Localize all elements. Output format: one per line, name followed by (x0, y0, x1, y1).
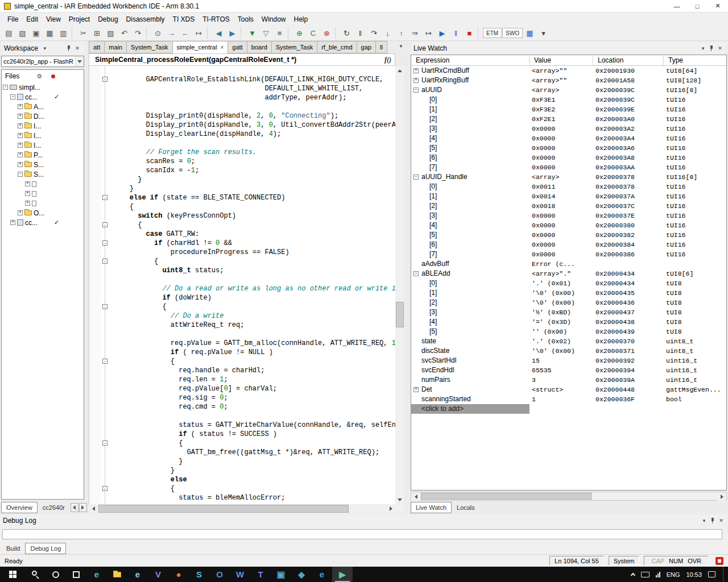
tab-debug-log[interactable]: Debug Log (25, 543, 66, 554)
watch-row[interactable]: [6]0x00000x20000384tUI16 (411, 240, 726, 250)
expand-icon[interactable]: + (10, 220, 15, 225)
code-line[interactable] (111, 139, 395, 148)
code-line[interactable]: { (111, 357, 395, 366)
expand-icon[interactable]: + (18, 210, 23, 215)
watch-row[interactable]: [2]0x00180x2000037CtUI16 (411, 201, 726, 211)
code-line[interactable]: { (111, 221, 395, 230)
watch-row[interactable]: +Det<struct>0x20000448gattMsgEven... (411, 385, 726, 394)
code-line[interactable]: Display_clearLine(dispHandle, 4); (111, 130, 395, 139)
watch-row[interactable]: svcStartHdl150x20000392uint16_t (411, 356, 726, 365)
swo-button[interactable]: SWO (502, 28, 523, 38)
build-configuration-select[interactable]: cc2640r2lp_app - FlashR (1, 56, 84, 67)
close-tab-icon[interactable]: × (220, 44, 224, 51)
code-line[interactable] (111, 275, 395, 284)
code-line[interactable]: addrType, peerAddr); (111, 93, 395, 102)
watch-row[interactable]: [3]0x00000x200003A2tUI16 (411, 124, 726, 134)
menu-project[interactable]: Project (65, 13, 94, 26)
download-and-debug-icon[interactable]: ▼ (246, 27, 259, 40)
watch-row[interactable]: [0]'.' (0x01)0x20000434tUI8 (411, 278, 726, 288)
tree-item[interactable]: +I... (2, 121, 84, 131)
watch-row[interactable]: -aUUID<array>0x2000039CtUI16[8] (411, 85, 726, 95)
workspace-tab-cc2640r[interactable]: cc2640r (38, 502, 70, 513)
tab-scroll-left-icon[interactable] (71, 503, 78, 512)
code-line[interactable] (111, 66, 395, 75)
tree-item[interactable]: -simpl... (2, 82, 84, 92)
menu-file[interactable]: File (3, 13, 22, 26)
tab-gap[interactable]: gap (357, 41, 376, 53)
scroll-right-icon[interactable] (386, 504, 395, 513)
watch-row[interactable]: +UartRxCmdBuff<array>""0x20001930tUI8[64… (411, 66, 726, 76)
code-line[interactable]: scanIdx = -1; (111, 166, 395, 175)
edge-icon[interactable]: e (86, 567, 107, 582)
touch-keyboard-icon[interactable] (641, 572, 650, 577)
editor-vertical-scrollbar[interactable] (395, 66, 404, 504)
tree-item[interactable]: +O... (2, 208, 84, 218)
debug-log-content[interactable] (2, 529, 722, 539)
watch-row[interactable]: [4]0x00000x20000380tUI16 (411, 221, 726, 230)
expand-icon[interactable]: + (18, 143, 23, 148)
tab-list-dropdown-icon[interactable]: ▼ (399, 44, 403, 49)
watch-row[interactable]: svcEndHdl655350x20000394uint16_t (411, 365, 726, 375)
show-desktop-button[interactable] (723, 567, 726, 582)
column-header-value[interactable]: Value (530, 55, 593, 65)
watch-row[interactable]: +UartRxRingBuff<array>""0x20001A58tUI8[1… (411, 76, 726, 85)
tree-item[interactable]: +P... (2, 150, 84, 160)
code-line[interactable]: case GATT_RW: (111, 230, 395, 239)
close-button[interactable]: ✕ (708, 0, 728, 13)
tab-simple-central[interactable]: simple_central× (173, 41, 229, 53)
tab-system-task[interactable]: System_Task (127, 41, 172, 53)
code-line[interactable]: scanRes = 0; (111, 157, 395, 166)
fold-collapse-icon[interactable]: - (102, 77, 107, 82)
code-line[interactable]: else (111, 475, 395, 484)
code-line[interactable]: status = GATT_WriteCharValue(connHandle,… (111, 421, 395, 430)
tab-att[interactable]: att (89, 41, 105, 53)
redo-icon[interactable]: ↷ (131, 27, 144, 40)
panel-menu-icon[interactable]: ▾ (41, 45, 49, 51)
expand-icon[interactable]: + (18, 104, 23, 109)
watch-row[interactable]: scanningStarted10x2000036Fbool (411, 394, 726, 404)
menu-window[interactable]: Window (258, 13, 290, 26)
step-out-icon[interactable]: ↑ (395, 27, 408, 40)
go-icon[interactable]: ⊕ (293, 27, 306, 40)
task-view-button[interactable] (66, 567, 86, 582)
code-line[interactable]: attWriteReq_t req; (111, 321, 395, 330)
collapse-icon[interactable]: - (413, 88, 419, 93)
code-line[interactable] (111, 330, 395, 339)
clock[interactable]: 10:53 (686, 571, 702, 578)
new-document-icon[interactable]: ▤ (2, 27, 15, 40)
code-line[interactable]: req.cmd = 0; (111, 402, 395, 411)
iar-embedded-workbench-icon[interactable]: ▶ (332, 567, 353, 582)
panel-menu-icon[interactable]: ▾ (699, 45, 707, 51)
code-line[interactable]: uint8_t status; (111, 266, 395, 275)
function-list-icon[interactable]: f() (384, 56, 391, 64)
code-line[interactable]: } (111, 184, 395, 193)
close-panel-icon[interactable]: ✕ (73, 45, 81, 51)
menu-edit[interactable]: Edit (22, 13, 42, 26)
run-to-cursor-icon[interactable]: ↦ (422, 27, 435, 40)
fold-collapse-icon[interactable]: - (102, 240, 107, 246)
hidden-icons-chevron-icon[interactable] (630, 573, 635, 577)
navigate-forward-icon[interactable]: ▶ (226, 27, 239, 40)
code-line[interactable]: if (charHdl != 0 && (111, 239, 395, 248)
trace-icon[interactable]: ▦ (523, 27, 536, 40)
tree-item[interactable]: +I... (2, 131, 84, 140)
tree-item[interactable]: +I... (2, 140, 84, 150)
code-line[interactable]: { (111, 257, 395, 266)
settings-gear-icon[interactable]: ⚙ (36, 73, 42, 80)
expand-icon[interactable]: + (413, 78, 419, 83)
tree-item[interactable]: +A... (2, 102, 84, 111)
tab-system-task[interactable]: System_Task (272, 41, 317, 53)
combo-dropdown-icon[interactable] (75, 56, 84, 66)
collapse-icon[interactable]: - (413, 271, 419, 276)
code-line[interactable]: DEFAULT_LINK_WHITE_LIST, (111, 84, 395, 93)
break-icon[interactable]: ‖ (354, 27, 367, 40)
code-line[interactable]: status = bleMemAllocError; (111, 493, 395, 502)
toolbar-dropdown-icon[interactable]: ▾ (537, 27, 550, 40)
collapse-icon[interactable]: - (18, 172, 23, 177)
photos-icon[interactable]: ▣ (271, 567, 291, 582)
menu-ti-xds[interactable]: TI XDS (169, 13, 199, 26)
tab-gatt[interactable]: gatt (228, 41, 247, 53)
fold-collapse-icon[interactable]: - (102, 222, 107, 227)
vertical-scrollbar-thumb[interactable] (396, 302, 404, 327)
expand-icon[interactable]: + (25, 201, 30, 206)
